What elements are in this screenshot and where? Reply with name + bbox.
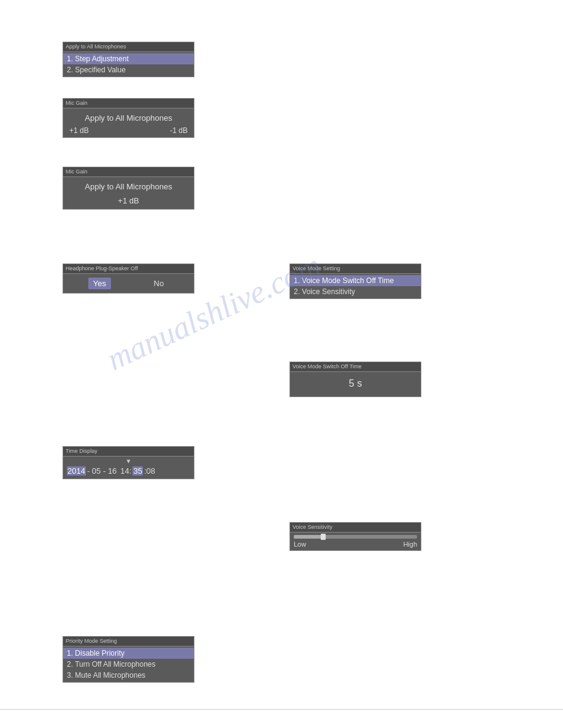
panel6-title: Voice Mode Switch Off Time <box>290 362 421 372</box>
panel3-label: Apply to All Microphones <box>66 180 191 194</box>
time-minutes[interactable]: 35 <box>132 466 142 476</box>
sensitivity-low-label: Low <box>294 540 306 548</box>
panel6-value: 5 s <box>293 376 418 392</box>
voice-mode-setting-panel: Voice Mode Setting 1. Voice Mode Switch … <box>289 264 421 299</box>
voice-mode-switch-off-panel: Voice Mode Switch Off Time 5 s <box>289 362 421 397</box>
panel7-title: Time Display <box>63 447 194 457</box>
panel2-minus[interactable]: -1 dB <box>170 126 188 135</box>
bottom-divider <box>0 709 563 710</box>
mute-all-mic-item[interactable]: 3. Mute All Microphones <box>63 670 194 681</box>
mic-gain-panel-3: Mic Gain Apply to All Microphones +1 dB <box>63 167 194 210</box>
time-seconds: :08 <box>144 466 155 476</box>
panel3-value: +1 dB <box>66 194 191 208</box>
panel4-title: Headphone Plug-Speaker Off <box>63 264 194 274</box>
panel2-plus[interactable]: +1 dB <box>69 126 89 135</box>
voice-sensitivity-panel: Voice Sensitivity Low High <box>289 522 421 551</box>
priority-mode-panel: Priority Mode Setting 1. Disable Priorit… <box>63 636 194 683</box>
panel5-title: Voice Mode Setting <box>290 264 421 274</box>
mic-gain-panel-2: Mic Gain Apply to All Microphones +1 dB … <box>63 98 194 138</box>
panel8-title: Voice Sensitivity <box>290 523 421 533</box>
panel1-title: Apply to All Microphones <box>63 42 194 52</box>
panel2-title: Mic Gain <box>63 99 194 108</box>
time-hour: 14: <box>120 466 131 476</box>
panel9-title: Priority Mode Setting <box>63 637 194 646</box>
sensitivity-slider[interactable] <box>294 535 417 539</box>
time-separator: - 05 - 16 <box>87 466 117 476</box>
voice-mode-switch-item[interactable]: 1. Voice Mode Switch Off Time <box>290 275 421 286</box>
specified-value-item[interactable]: 2. Specified Value <box>63 64 194 75</box>
yes-button[interactable]: Yes <box>88 278 111 289</box>
headphone-plug-panel: Headphone Plug-Speaker Off Yes No <box>63 264 194 294</box>
disable-priority-item[interactable]: 1. Disable Priority <box>63 648 194 659</box>
time-year[interactable]: 2014 <box>67 466 86 476</box>
time-display-panel: Time Display ▼ 2014 - 05 - 16 14:35:08 <box>63 446 194 479</box>
step-adjustment-item[interactable]: 1. Step Adjustment <box>63 53 194 64</box>
no-button[interactable]: No <box>149 278 169 289</box>
sensitivity-high-label: High <box>403 540 417 548</box>
panel2-label: Apply to All Microphones <box>66 111 191 125</box>
apply-all-mic-panel-1: Apply to All Microphones 1. Step Adjustm… <box>63 42 194 77</box>
time-arrow-icon: ▼ <box>63 457 194 464</box>
voice-sensitivity-item[interactable]: 2. Voice Sensitivity <box>290 286 421 297</box>
panel3-title: Mic Gain <box>63 167 194 177</box>
turn-off-all-mic-item[interactable]: 2. Turn Off All Microphones <box>63 659 194 670</box>
